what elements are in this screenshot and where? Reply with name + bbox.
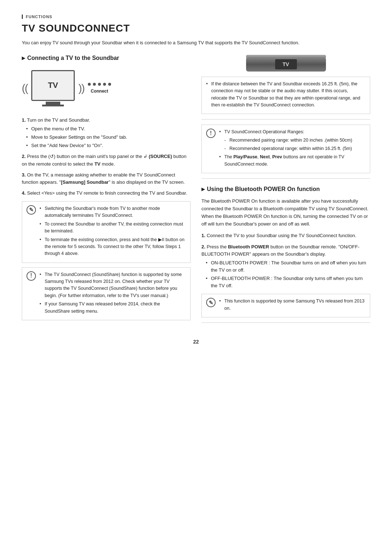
bt-note-bullet-1: This function is supported by some Samsu…	[219, 298, 366, 312]
exclamation-icon-2: !	[206, 129, 216, 138]
sound-wave-right-icon: ))	[78, 82, 84, 94]
exclamation-icon: !	[26, 271, 36, 281]
bluetooth-steps: 1. Connect the TV to your Soundbar using…	[201, 232, 370, 289]
connect-illustration: (( TV )) Connect	[22, 66, 191, 110]
step-3: 3. On the TV, a message asking whether t…	[22, 171, 191, 186]
bluetooth-heading: Using the Bluetooth POWER On function	[201, 186, 370, 192]
note-excl-bullet-1: The TV SoundConnect (SoundShare) functio…	[40, 271, 186, 300]
step-1: 1. Turn on the TV and Soundbar. Open the…	[22, 117, 191, 150]
bt-bullet-1: ON-BLUETOOTH POWER : The Soundbar turns …	[206, 259, 370, 274]
distance-note-box: If the distance between the TV and Sound…	[201, 77, 370, 114]
step-2: 2. Press the (↺) button on the main unit…	[22, 153, 191, 167]
connecting-heading: Connecting a TV to the Soundbar	[22, 55, 191, 61]
tv-graphic: TV	[31, 70, 75, 106]
bt-bullet-2: OFF-BLUETOOTH POWER : The Soundbar only …	[206, 275, 370, 289]
note-excl-box: ! The TV SoundConnect (SoundShare) funct…	[22, 267, 191, 320]
connect-label: Connect	[91, 89, 108, 94]
ranges-item-2: Recommended operational range: within wi…	[224, 145, 366, 152]
step-4: 4. Select <Yes> using the TV remote to f…	[22, 190, 191, 197]
bluetooth-section: Using the Bluetooth POWER On function Th…	[201, 186, 370, 317]
step-1-bullet-3: Set the "Add New Device" to "On".	[26, 142, 191, 149]
ranges-item-1: Recommended pairing range: within 20 inc…	[224, 137, 366, 144]
divider-1	[201, 119, 370, 119]
functions-label: FUNCTIONS	[22, 15, 370, 19]
bluetooth-intro: The Bluetooth POWER On function is avail…	[201, 198, 370, 228]
soundbar-graphic: TV	[242, 55, 330, 72]
note-pen-bullet-3: To terminate the existing connection, pr…	[40, 236, 186, 257]
note-excl-content: The TV SoundConnect (SoundShare) functio…	[40, 271, 186, 316]
bt-step-1: 1. Connect the TV to your Soundbar using…	[201, 232, 370, 239]
page-title: TV SOUNDCONNECT	[22, 23, 370, 34]
distance-note-content: If the distance between the TV and Sound…	[206, 81, 366, 110]
bt-step-2: 2. Press the Bluetooth POWER button on t…	[201, 243, 370, 290]
ranges-extra: The Play/Pause, Next, Prev buttons are n…	[219, 154, 366, 168]
ranges-note-box: ! TV SoundConnect Operational Ranges: Re…	[201, 125, 370, 173]
ranges-note-content: TV SoundConnect Operational Ranges: Reco…	[219, 129, 366, 169]
note-pen-box: ✎ Switching the Soundbar's mode from TV …	[22, 201, 191, 263]
note-pen-bullet-1: Switching the Soundbar's mode from TV to…	[40, 205, 186, 219]
note-pen-bullet-2: To connect the Soundbar to another TV, t…	[40, 221, 186, 235]
note-pen-content: Switching the Soundbar's mode from TV to…	[40, 205, 186, 259]
step-1-bullet-1: Open the menu of the TV.	[26, 125, 191, 133]
distance-note-text: If the distance between the TV and Sound…	[206, 81, 366, 109]
bt-note-box: ✎ This function is supported by some Sam…	[201, 294, 370, 317]
bt-note-content: This function is supported by some Samsu…	[219, 298, 366, 313]
ranges-title: TV SoundConnect Operational Ranges: Reco…	[219, 129, 366, 152]
step-1-bullet-2: Move to Speaker Settings on the "Sound" …	[26, 134, 191, 141]
sound-wave-left-icon: ((	[22, 82, 28, 94]
page-number: 22	[22, 339, 370, 345]
connect-dots: Connect	[88, 83, 111, 94]
pen-icon-2: ✎	[206, 298, 216, 307]
connecting-steps: 1. Turn on the TV and Soundbar. Open the…	[22, 117, 191, 197]
note-excl-bullet-2: If your Samsung TV was released before 2…	[40, 301, 186, 315]
soundbar-illustration: TV	[201, 55, 370, 72]
divider-2	[201, 178, 370, 179]
pen-icon: ✎	[26, 205, 36, 215]
intro-text: You can enjoy TV sound through your Soun…	[22, 39, 348, 47]
divider-3	[201, 322, 370, 323]
